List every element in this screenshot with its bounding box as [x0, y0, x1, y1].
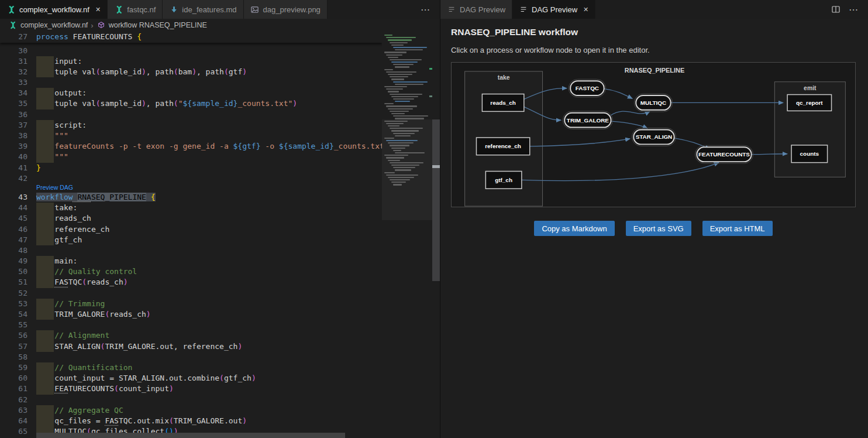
dag-title: RNASEQ_PIPELINE [625, 67, 684, 74]
dag-node-reads_ch[interactable]: reads_ch [482, 94, 523, 112]
code-line[interactable]: 43workflow RNASEQ_PIPELINE { [0, 192, 382, 203]
minimap-slider[interactable] [382, 119, 432, 220]
close-icon[interactable]: ✕ [95, 6, 101, 13]
minimap-line [384, 103, 394, 104]
code-line[interactable]: 48 [0, 245, 382, 256]
indent-guide-highlight [36, 131, 54, 141]
code-line[interactable]: 35 tuple val(sample_id), path("${sample_… [0, 98, 382, 109]
tab-ide-features[interactable]: ide_features.md [163, 0, 243, 19]
indent-guide-highlight [36, 67, 54, 77]
dag-node-TRIM_GALORE[interactable]: TRIM_GALORE [563, 111, 612, 129]
line-number: 30 [0, 46, 27, 56]
dag-node-label: FASTQC [576, 85, 599, 91]
code-line[interactable]: 34 output: [0, 88, 382, 98]
export-as-html-button[interactable]: Export as HTML [702, 221, 773, 236]
code-line[interactable]: 33 [0, 77, 382, 88]
horizontal-scrollbar[interactable] [36, 433, 345, 438]
panel-title: RNASEQ_PIPELINE workflow [451, 27, 868, 37]
code-line[interactable]: 42 [0, 173, 382, 184]
code-line[interactable]: 55 [0, 320, 382, 330]
code-editor[interactable]: 27process FEATURECOUNTS { 3031 input:32 … [0, 32, 440, 438]
tab-dag-preview-inactive[interactable]: DAG Preview [440, 0, 512, 19]
line-number: 59 [0, 362, 27, 373]
code-line[interactable]: 37 script: [0, 120, 382, 131]
code-line[interactable]: 46 reference_ch [0, 224, 382, 235]
dag-node-MULTIQC[interactable]: MULTIQC [634, 94, 672, 112]
vertical-scrollbar[interactable] [432, 32, 440, 438]
code-line[interactable]: 44 take: [0, 203, 382, 213]
dag-node-STAR_ALIGN[interactable]: STAR_ALIGN [632, 128, 676, 146]
code-line[interactable]: 54 TRIM_GALORE(reads_ch) [0, 309, 382, 320]
code-line[interactable]: 59 // Quantification [0, 362, 382, 373]
dag-node-qc_report[interactable]: qc_report [787, 95, 831, 111]
code-line[interactable]: 56 // Alignment [0, 330, 382, 341]
indent-guide-highlight [36, 152, 54, 162]
tab-dag-preview-active[interactable]: DAG Preview ✕ [512, 0, 595, 19]
code-line[interactable]: 38 """ [0, 131, 382, 141]
code-line[interactable]: 51 FASTQC(reads_ch) [0, 277, 382, 288]
line-number: 50 [0, 266, 27, 277]
code-line[interactable]: 58 [0, 352, 382, 362]
minimap-line [386, 105, 417, 107]
code-line[interactable]: 32 tuple val(sample_id), path(bam), path… [0, 67, 382, 77]
code-line[interactable]: 41} [0, 163, 382, 173]
vertical-scrollbar-thumb[interactable] [432, 119, 440, 281]
copy-as-markdown-button[interactable]: Copy as Markdown [534, 221, 614, 236]
code-line[interactable]: 63 // Aggregate QC [0, 405, 382, 416]
code-line[interactable]: 52 [0, 288, 382, 299]
code-line[interactable]: 49 main: [0, 256, 382, 266]
code-line[interactable]: 40 """ [0, 152, 382, 162]
code-line[interactable]: 53 // Trimming [0, 299, 382, 309]
line-number: 37 [0, 120, 27, 131]
line-number: 63 [0, 405, 27, 416]
breadcrumb-symbol[interactable]: workflow RNASEQ_PIPELINE [109, 21, 207, 29]
code-line[interactable]: 30 [0, 46, 382, 56]
dag-node-counts[interactable]: counts [791, 145, 828, 163]
code-line[interactable]: 50 // Quality control [0, 266, 382, 277]
code-line[interactable]: 64 qc_files = FASTQC.out.mix(TRIM_GALORE… [0, 416, 382, 426]
code-line[interactable]: 57 STAR_ALIGN(TRIM_GALORE.out, reference… [0, 341, 382, 352]
split-editor-icon[interactable] [831, 5, 841, 14]
ide-window: complex_workflow.nf ✕ fastqc.nf ide_feat… [0, 0, 868, 438]
more-actions-icon[interactable]: ⋯ [421, 4, 430, 15]
minimap[interactable] [382, 32, 432, 438]
dag-preview-panel: RNASEQ_PIPELINE workflow Click on a proc… [440, 19, 868, 438]
code-line[interactable]: 61 FEATURECOUNTS(count_input) [0, 384, 382, 394]
line-number: 35 [0, 98, 27, 109]
minimap-line [395, 84, 423, 85]
code-line[interactable]: 39 featureCounts -p -t exon -g gene_id -… [0, 141, 382, 152]
tab-dag-preview-png[interactable]: dag_preview.png [244, 0, 328, 19]
line-number: 33 [0, 77, 27, 88]
preview-icon [519, 5, 528, 14]
minimap-line [386, 71, 416, 73]
more-actions-icon[interactable]: ⋯ [849, 4, 859, 15]
line-number: 32 [0, 67, 27, 77]
code-line[interactable]: 45 reads_ch [0, 213, 382, 224]
export-as-svg-button[interactable]: Export as SVG [626, 221, 691, 236]
codelens-preview-dag[interactable]: Preview DAG [0, 184, 382, 192]
close-icon[interactable]: ✕ [583, 6, 588, 13]
line-number: 39 [0, 141, 27, 152]
dag-node-FASTQC[interactable]: FASTQC [569, 79, 605, 97]
dag-node-FEATURECOUNTS[interactable]: FEATURECOUNTS [695, 145, 753, 163]
dag-node-reference_ch[interactable]: reference_ch [476, 138, 529, 155]
code-line[interactable]: 47 gtf_ch [0, 235, 382, 245]
tab-label: DAG Preview [460, 5, 505, 14]
code-area[interactable]: 27process FEATURECOUNTS { 3031 input:32 … [0, 32, 382, 438]
breadcrumb-file[interactable]: complex_workflow.nf [20, 21, 88, 29]
dag-node-gtf_ch[interactable]: gtf_ch [485, 171, 522, 189]
code-line[interactable]: 62 [0, 395, 382, 405]
code-line[interactable]: 31 input: [0, 56, 382, 67]
code-line[interactable]: 36 [0, 110, 382, 120]
dag-diagram: RNASEQ_PIPELINEtakeemitreads_chreference… [451, 62, 856, 207]
line-number: 48 [0, 245, 27, 256]
line-number: 56 [0, 330, 27, 341]
indent-guide-highlight [36, 203, 54, 213]
minimap-line [384, 86, 407, 87]
code-line[interactable]: 60 count_input = STAR_ALIGN.out.combine(… [0, 373, 382, 384]
indent-guide-highlight [36, 224, 54, 235]
line-number: 36 [0, 110, 27, 120]
tab-complex-workflow[interactable]: complex_workflow.nf ✕ [0, 0, 108, 19]
sticky-scroll-line[interactable]: 27process FEATURECOUNTS { [0, 32, 382, 43]
tab-fastqc[interactable]: fastqc.nf [108, 0, 163, 19]
